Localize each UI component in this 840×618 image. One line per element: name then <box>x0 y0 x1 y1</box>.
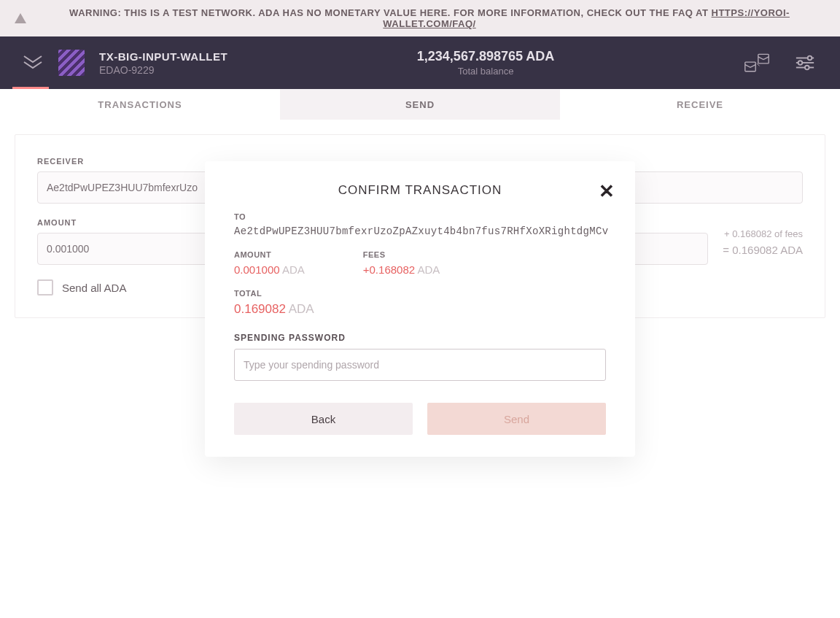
send-all-label: Send all ADA <box>62 282 126 294</box>
equals-text: = 0.169082 ADA <box>723 244 803 256</box>
back-button[interactable]: Back <box>234 403 413 435</box>
svg-point-7 <box>805 66 809 70</box>
confirm-transaction-modal: CONFIRM TRANSACTION ✕ TO Ae2tdPwUPEZ3HUU… <box>205 161 635 457</box>
header: TX-BIG-INPUT-WALLET EDAO-9229 1,234,567.… <box>0 36 840 89</box>
send-button[interactable]: Send <box>427 403 606 435</box>
wallet-info: TX-BIG-INPUT-WALLET EDAO-9229 <box>99 50 228 76</box>
logo-icon[interactable] <box>22 52 44 74</box>
modal-fees-label: FEES <box>363 250 440 259</box>
modal-total-value: 0.169082 ADA <box>234 302 606 317</box>
svg-point-5 <box>798 61 803 65</box>
to-label: TO <box>234 212 606 221</box>
settings-icon[interactable] <box>792 53 818 73</box>
warning-bar: WARNING: THIS IS A TEST NETWORK. ADA HAS… <box>0 0 840 36</box>
wallets-icon[interactable] <box>744 53 770 73</box>
warning-icon <box>15 13 26 23</box>
to-address: Ae2tdPwUPEZ3HUU7bmfexrUzoZpAZxuyt4b4bn7f… <box>234 225 606 237</box>
password-label: SPENDING PASSWORD <box>234 333 606 343</box>
wallet-avatar <box>58 50 85 76</box>
warning-text: WARNING: THIS IS A TEST NETWORK. ADA HAS… <box>34 7 825 29</box>
svg-rect-0 <box>758 54 769 63</box>
spending-password-input[interactable] <box>234 349 606 381</box>
wallet-name: TX-BIG-INPUT-WALLET <box>99 50 228 63</box>
modal-total-label: TOTAL <box>234 289 606 298</box>
tabs: TRANSACTIONS SEND RECEIVE <box>0 89 840 120</box>
modal-amount-label: AMOUNT <box>234 250 305 259</box>
accent-line <box>12 87 49 89</box>
modal-fees-value: +0.168082 ADA <box>363 263 440 276</box>
svg-rect-1 <box>745 62 755 72</box>
close-icon[interactable]: ✕ <box>599 182 615 201</box>
balance-value: 1,234,567.898765 ADA <box>242 49 729 64</box>
modal-title: CONFIRM TRANSACTION <box>227 183 613 198</box>
tab-receive[interactable]: RECEIVE <box>560 89 840 120</box>
balance-info: 1,234,567.898765 ADA Total balance <box>242 49 729 77</box>
fees-text: + 0.168082 of fees <box>723 228 803 239</box>
send-all-checkbox[interactable] <box>37 279 53 296</box>
wallet-code: EDAO-9229 <box>99 64 228 76</box>
svg-point-3 <box>808 56 812 61</box>
balance-label: Total balance <box>242 66 729 77</box>
tab-send[interactable]: SEND <box>280 89 560 120</box>
tab-transactions[interactable]: TRANSACTIONS <box>0 89 280 120</box>
modal-amount-value: 0.001000 ADA <box>234 263 305 276</box>
